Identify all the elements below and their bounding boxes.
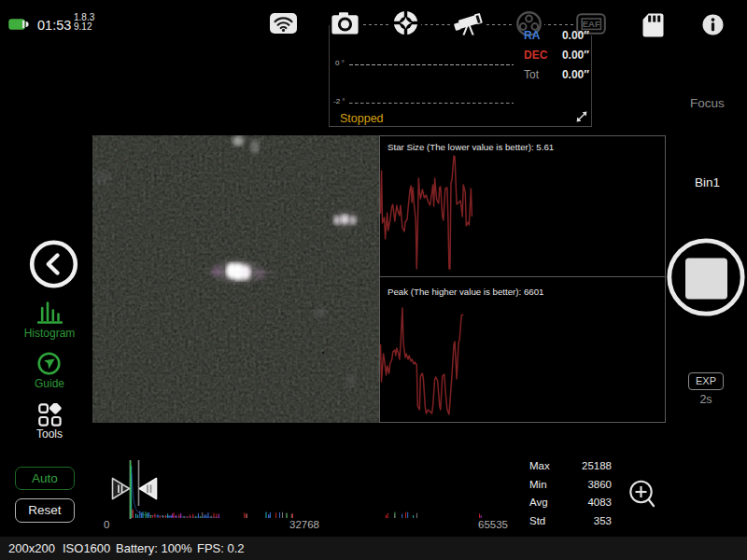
svg-text:EAF: EAF xyxy=(583,19,600,29)
